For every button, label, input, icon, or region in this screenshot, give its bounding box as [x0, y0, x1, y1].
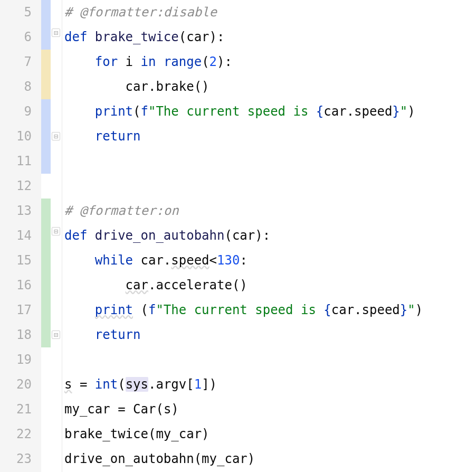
keyword-for: for — [95, 54, 118, 69]
keyword-return: return — [95, 129, 141, 144]
change-marker — [41, 74, 51, 99]
change-marker — [41, 422, 51, 447]
code-line[interactable]: def drive_on_autobahn(car): — [64, 223, 476, 248]
keyword-def: def — [64, 30, 87, 44]
change-marker — [41, 25, 51, 50]
code-line[interactable]: def brake_twice(car): — [64, 25, 476, 50]
line-number: 6 — [0, 25, 36, 50]
code-line[interactable]: brake_twice(my_car) — [64, 422, 476, 447]
change-marker — [41, 199, 51, 223]
fold-toggle-icon[interactable]: ⊟ — [52, 227, 60, 235]
highlighted-identifier: sys — [126, 377, 148, 392]
change-marker — [41, 298, 51, 323]
change-marker — [41, 372, 51, 397]
comment: # @formatter:on — [64, 203, 179, 218]
line-number: 17 — [0, 298, 36, 323]
fold-column: ⊟ ⊟ ⊟ ⊟ — [51, 0, 62, 472]
fold-end-icon[interactable]: ⊟ — [52, 132, 60, 140]
line-number: 22 — [0, 422, 36, 447]
keyword-while: while — [95, 253, 133, 268]
change-marker — [41, 323, 51, 347]
line-number: 10 — [0, 124, 36, 149]
change-marker — [41, 347, 51, 372]
builtin-print: print — [95, 104, 133, 119]
comment: # @formatter:disable — [64, 5, 217, 20]
code-line[interactable]: while car.speed<130: — [64, 248, 476, 273]
code-line[interactable]: drive_on_autobahn(my_car) — [64, 447, 476, 471]
code-line[interactable]: print (f"The current speed is {car.speed… — [64, 298, 476, 323]
change-marker — [41, 248, 51, 273]
fold-end-icon[interactable]: ⊟ — [52, 331, 60, 339]
function-name: brake_twice — [95, 30, 179, 44]
code-line[interactable]: # @formatter:on — [64, 199, 476, 223]
line-number: 14 — [0, 223, 36, 248]
change-marker — [41, 124, 51, 149]
code-line[interactable] — [64, 347, 476, 372]
change-marker — [41, 99, 51, 124]
code-line[interactable]: car.brake() — [64, 74, 476, 99]
line-number: 19 — [0, 347, 36, 372]
change-marker — [41, 223, 51, 248]
code-editor[interactable]: 5 6 7 8 9 10 11 12 13 14 15 16 17 18 19 … — [0, 0, 476, 472]
code-line[interactable] — [64, 149, 476, 174]
line-number: 21 — [0, 397, 36, 422]
change-marker — [41, 397, 51, 422]
code-line[interactable]: s = int(sys.argv[1]) — [64, 372, 476, 397]
line-number: 11 — [0, 149, 36, 174]
code-line[interactable]: for i in range(2): — [64, 50, 476, 74]
line-number: 15 — [0, 248, 36, 273]
line-number: 7 — [0, 50, 36, 74]
change-marker — [41, 50, 51, 74]
fold-toggle-icon[interactable]: ⊟ — [52, 29, 60, 37]
change-marker-column — [41, 0, 51, 472]
line-number-gutter: 5 6 7 8 9 10 11 12 13 14 15 16 17 18 19 … — [0, 0, 41, 472]
code-line[interactable]: print(f"The current speed is {car.speed}… — [64, 99, 476, 124]
code-line[interactable]: my_car = Car(s) — [64, 397, 476, 422]
line-number: 18 — [0, 323, 36, 347]
line-number: 20 — [0, 372, 36, 397]
builtin-int: int — [95, 377, 118, 392]
function-name: drive_on_autobahn — [95, 228, 225, 243]
code-line[interactable]: # @formatter:disable — [64, 0, 476, 25]
change-marker — [41, 149, 51, 174]
line-number: 9 — [0, 99, 36, 124]
code-area[interactable]: # @formatter:disable def brake_twice(car… — [62, 0, 476, 472]
line-number: 12 — [0, 174, 36, 199]
line-number: 23 — [0, 447, 36, 471]
change-marker — [41, 447, 51, 471]
change-marker — [41, 273, 51, 298]
line-number: 16 — [0, 273, 36, 298]
change-marker — [41, 174, 51, 199]
line-number: 8 — [0, 74, 36, 99]
builtin-range: range — [164, 54, 202, 69]
line-number: 5 — [0, 0, 36, 25]
code-line[interactable]: return — [64, 124, 476, 149]
line-number: 13 — [0, 199, 36, 223]
change-marker — [41, 0, 51, 25]
code-line[interactable]: return — [64, 323, 476, 347]
code-line[interactable] — [64, 174, 476, 199]
code-line[interactable]: car.accelerate() — [64, 273, 476, 298]
